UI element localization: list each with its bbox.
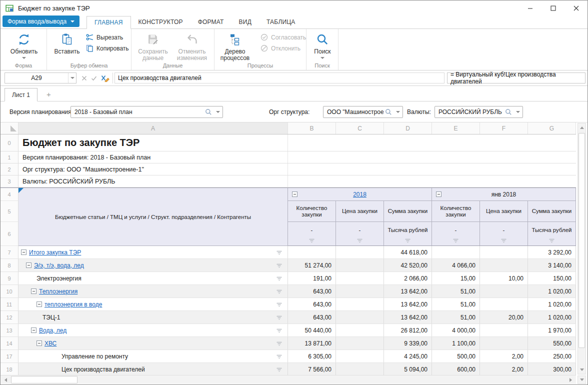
filter-icon[interactable] xyxy=(500,238,507,244)
info-row-empty[interactable] xyxy=(288,176,576,187)
row-header-5[interactable]: 5 xyxy=(0,201,18,222)
info-row-empty[interactable] xyxy=(288,152,576,163)
collapse-icon[interactable] xyxy=(36,340,42,346)
currency-filter-combo[interactable]: РОССИЙСКИЙ РУБЛЬ xyxy=(434,106,523,118)
value-cell[interactable]: 13 642,00 xyxy=(384,311,432,324)
scroll-right-button[interactable] xyxy=(566,376,575,384)
row-label-link[interactable]: теплоэнергия в воде xyxy=(44,301,102,308)
value-cell[interactable]: 51,00 xyxy=(432,311,480,324)
value-cell[interactable] xyxy=(336,285,384,298)
unit-header-cell[interactable]: - xyxy=(288,222,336,246)
value-cell[interactable]: 51 274,00 xyxy=(288,259,336,272)
row-label-link[interactable]: Э/э, т/э, вода, лед xyxy=(34,262,84,269)
unit-header-cell[interactable]: - xyxy=(480,222,528,246)
value-cell[interactable]: 1 020,00 xyxy=(528,311,576,324)
value-cell[interactable] xyxy=(288,246,336,258)
row-label-cell[interactable]: Электроэнергия xyxy=(18,272,288,284)
value-cell[interactable] xyxy=(336,350,384,362)
value-cell[interactable]: 2 066,00 xyxy=(384,272,432,284)
process-tree-button[interactable]: Дерево процессов xyxy=(218,32,252,62)
column-header-D[interactable]: D xyxy=(384,122,432,134)
value-cell[interactable]: 42 520,00 xyxy=(384,259,432,272)
close-button[interactable] xyxy=(564,0,588,16)
filter-icon[interactable] xyxy=(276,328,282,334)
row-header-7[interactable]: 7 xyxy=(0,246,18,258)
row-header-9[interactable]: 9 xyxy=(0,272,18,284)
value-cell[interactable]: 150,00 xyxy=(528,272,576,284)
period-group-month[interactable]: янв 2018 xyxy=(432,188,576,201)
cancel-entry-icon[interactable] xyxy=(82,76,87,81)
value-cell[interactable]: 10,00 xyxy=(480,272,528,284)
value-cell[interactable] xyxy=(480,259,528,272)
save-data-button[interactable]: Сохранить данные xyxy=(136,32,170,62)
undo-changes-button[interactable]: Отменить изменения xyxy=(174,32,210,62)
value-cell[interactable]: 13 642,00 xyxy=(384,298,432,310)
select-all-corner[interactable] xyxy=(0,122,18,134)
value-cell[interactable]: 13 871,00 xyxy=(288,337,336,350)
tab-view[interactable]: ВИД xyxy=(232,16,259,28)
period-label[interactable]: 2018 xyxy=(353,191,366,198)
column-header-F[interactable]: F xyxy=(480,122,528,134)
approve-button[interactable]: Согласовать xyxy=(260,34,306,41)
filter-icon[interactable] xyxy=(404,238,411,244)
row-header-3[interactable]: 3 xyxy=(0,176,18,187)
row-header-12[interactable]: 12 xyxy=(0,311,18,324)
measure-header-cell[interactable]: Цена закупки xyxy=(480,201,528,222)
edit-formula-icon[interactable] xyxy=(101,74,110,82)
filter-icon[interactable] xyxy=(548,238,555,244)
row-label-link[interactable]: Теплоэнергия xyxy=(39,288,78,295)
row-header-14[interactable]: 14 xyxy=(0,337,18,350)
sheet-tab-list1[interactable]: Лист 1 xyxy=(4,88,38,102)
value-cell[interactable] xyxy=(336,337,384,350)
filter-icon[interactable] xyxy=(356,238,363,244)
orgstruct-filter-combo[interactable]: ООО "Машиностроение-1" xyxy=(323,106,403,118)
period-group-year[interactable]: 2018 xyxy=(288,188,432,201)
value-cell[interactable] xyxy=(480,298,528,310)
measure-header-cell[interactable]: Количество закупки xyxy=(432,201,480,222)
row-label-cell[interactable]: Управление по ремонту xyxy=(18,350,288,362)
info-cell-1[interactable]: Версия планирования: 2018 - Базовый план xyxy=(18,152,288,163)
filter-icon[interactable] xyxy=(308,238,315,244)
value-cell[interactable]: 4 245,00 xyxy=(384,350,432,362)
chevron-down-icon[interactable] xyxy=(214,111,222,113)
collapse-icon[interactable] xyxy=(36,302,42,307)
row-label-cell[interactable]: Э/э, т/э, вода, лед xyxy=(18,259,288,272)
copy-button[interactable]: Копировать xyxy=(86,44,129,52)
unit-header-cell[interactable]: Тысяча рублей xyxy=(384,222,432,246)
value-cell[interactable] xyxy=(336,259,384,272)
measure-header-cell[interactable]: Цена закупки xyxy=(336,201,384,222)
value-cell[interactable]: 1 020,00 xyxy=(528,285,576,298)
formula-input[interactable]: Цех производства двигателей xyxy=(114,72,444,84)
scroll-left-button[interactable] xyxy=(1,376,10,384)
maximize-button[interactable] xyxy=(542,0,564,16)
chevron-down-icon[interactable] xyxy=(394,111,402,113)
row-dimension-header[interactable]: Бюджетные статьи / ТМЦ и услуги / Структ… xyxy=(18,188,288,246)
row-header-10[interactable]: 10 xyxy=(0,285,18,298)
row-header-11[interactable]: 11 xyxy=(0,298,18,310)
row-label-cell[interactable]: Цех производства двигателей xyxy=(18,363,288,376)
value-cell[interactable]: 250,00 xyxy=(528,350,576,362)
row-label-cell[interactable]: Теплоэнергия xyxy=(18,285,288,298)
value-cell[interactable] xyxy=(432,246,480,258)
value-cell[interactable]: 643,00 xyxy=(288,285,336,298)
value-cell[interactable]: 1 100,00 xyxy=(432,337,480,350)
vertical-scroll-thumb[interactable] xyxy=(578,133,585,348)
collapse-icon[interactable] xyxy=(31,288,36,294)
value-cell[interactable] xyxy=(480,324,528,336)
value-cell[interactable]: 2,00 xyxy=(480,363,528,376)
value-cell[interactable]: 1 970,00 xyxy=(528,324,576,336)
value-cell[interactable]: 300,00 xyxy=(528,363,576,376)
value-cell[interactable]: 15,00 xyxy=(432,272,480,284)
collapse-icon[interactable] xyxy=(26,262,32,268)
row-header-18[interactable]: 18 xyxy=(0,363,18,376)
search-button[interactable]: Поиск xyxy=(305,32,340,59)
value-cell[interactable]: 191,00 xyxy=(288,272,336,284)
row-header-17[interactable]: 17 xyxy=(0,350,18,362)
row-header-4[interactable]: 4 xyxy=(0,188,18,201)
info-row-empty[interactable] xyxy=(288,164,576,175)
row-label-cell[interactable]: Вода, лед xyxy=(18,324,288,336)
collapse-icon[interactable] xyxy=(21,250,26,255)
filter-icon[interactable] xyxy=(276,264,282,268)
column-header-C[interactable]: C xyxy=(336,122,384,134)
version-filter-combo[interactable]: 2018 - Базовый план xyxy=(70,106,223,118)
